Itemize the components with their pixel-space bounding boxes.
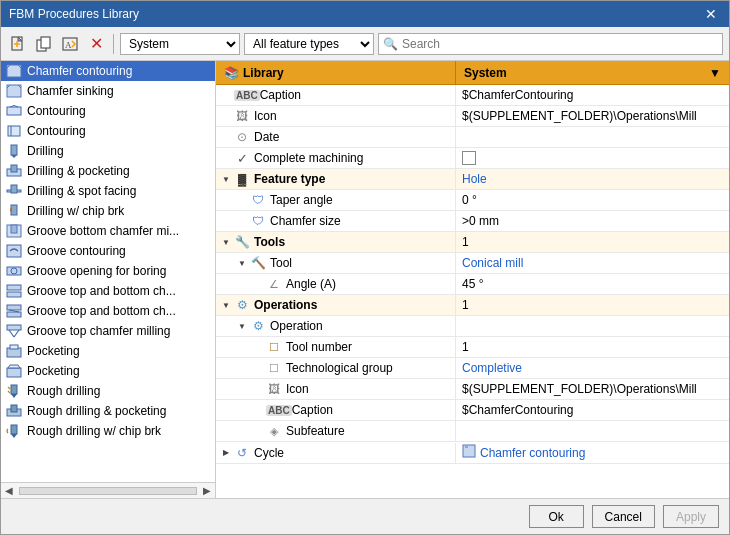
property-row: ABCCaption$ChamferContouring xyxy=(216,85,729,106)
collapse-icon[interactable]: ▼ xyxy=(220,236,232,248)
ok-button[interactable]: Ok xyxy=(529,505,584,528)
list-item[interactable]: Groove top and bottom ch... xyxy=(1,281,215,301)
list-item[interactable]: Contouring xyxy=(1,121,215,141)
list-item[interactable]: Drilling & spot facing xyxy=(1,181,215,201)
scroll-right-arrow[interactable]: ▶ xyxy=(199,485,215,496)
svg-rect-24 xyxy=(11,225,17,233)
list-item[interactable]: Rough drilling & pocketing xyxy=(1,401,215,421)
list-item[interactable]: Groove opening for boring xyxy=(1,261,215,281)
list-item[interactable]: Pocketing xyxy=(1,361,215,381)
new-button[interactable] xyxy=(7,33,29,55)
operation-icon: ⚙ xyxy=(250,318,266,334)
close-button[interactable]: ✕ xyxy=(701,6,721,22)
list-item-icon xyxy=(5,203,23,219)
svg-rect-44 xyxy=(11,425,17,434)
property-row: ▼⚙Operations1 xyxy=(216,295,729,316)
list-item-label: Rough drilling w/ chip brk xyxy=(27,424,161,438)
horizontal-scrollbar[interactable]: ◀ ▶ xyxy=(1,482,215,498)
expand-icon[interactable]: ▶ xyxy=(220,447,232,459)
prop-label-text: Taper angle xyxy=(270,193,333,207)
collapse-icon[interactable]: ▼ xyxy=(236,257,248,269)
cancel-button[interactable]: Cancel xyxy=(592,505,655,528)
checkbox[interactable] xyxy=(462,151,476,165)
list-item-icon xyxy=(5,283,23,299)
prop-value-cell: 1 xyxy=(456,338,729,356)
search-input[interactable] xyxy=(402,37,718,51)
prop-label-text: Operation xyxy=(270,319,323,333)
group-icon: ☐ xyxy=(266,360,282,376)
library-header-label: Library xyxy=(243,66,284,80)
collapse-icon[interactable]: ▼ xyxy=(220,173,232,185)
list-item[interactable]: Rough drilling w/ chip brk xyxy=(1,421,215,441)
svg-rect-29 xyxy=(7,292,21,297)
list-item[interactable]: Chamfer sinking xyxy=(1,81,215,101)
list-item[interactable]: Groove top chamfer milling xyxy=(1,321,215,341)
list-item[interactable]: Contouring xyxy=(1,101,215,121)
collapse-icon[interactable]: ▼ xyxy=(236,320,248,332)
property-row: ▼🔨ToolConical mill xyxy=(216,253,729,274)
feature-type-dropdown[interactable]: All feature types xyxy=(244,33,374,55)
prop-label-cell: ⊙Date xyxy=(216,127,456,147)
list-item[interactable]: Drilling xyxy=(1,141,215,161)
list-item-icon xyxy=(5,323,23,339)
delete-button[interactable]: ✕ xyxy=(85,33,107,55)
svg-rect-19 xyxy=(11,165,17,172)
copy-icon xyxy=(36,36,52,52)
prop-value-cell xyxy=(456,324,729,328)
list-item-label: Pocketing xyxy=(27,344,80,358)
prop-label-text: Complete machining xyxy=(254,151,363,165)
list-item[interactable]: Drilling w/ chip brk xyxy=(1,201,215,221)
list-item-label: Rough drilling & pocketing xyxy=(27,404,166,418)
apply-button[interactable]: Apply xyxy=(663,505,719,528)
prop-label-cell: ▼▓Feature type xyxy=(216,169,456,189)
list-item-label: Pocketing xyxy=(27,364,80,378)
prop-label-cell: ◈Subfeature xyxy=(216,421,456,441)
list-item-icon xyxy=(5,223,23,239)
search-box: 🔍 xyxy=(378,33,723,55)
svg-rect-21 xyxy=(11,185,17,193)
property-row: ▼▓Feature typeHole xyxy=(216,169,729,190)
scroll-left-arrow[interactable]: ◀ xyxy=(1,485,17,496)
list-item[interactable]: Pocketing xyxy=(1,341,215,361)
list-item[interactable]: Groove top and bottom ch... xyxy=(1,301,215,321)
list-item[interactable]: Groove contouring xyxy=(1,241,215,261)
prop-label-cell: ☐Technological group xyxy=(216,358,456,378)
list-item[interactable]: Rough drilling xyxy=(1,381,215,401)
tool-icon: 🔨 xyxy=(250,255,266,271)
list-item-label: Groove top and bottom ch... xyxy=(27,304,176,318)
svg-text:A: A xyxy=(65,40,72,50)
svg-rect-7 xyxy=(7,65,21,77)
library-icon: 📚 xyxy=(224,66,239,80)
prop-label-cell: ☐Tool number xyxy=(216,337,456,357)
header-dropdown-icon[interactable]: ▼ xyxy=(709,66,721,80)
svg-line-34 xyxy=(9,330,14,337)
prop-label-text: Subfeature xyxy=(286,424,345,438)
toolbar: A ✕ System All feature types 🔍 xyxy=(1,27,729,61)
library-dropdown[interactable]: System xyxy=(120,33,240,55)
fbm-procedures-library-window: FBM Procedures Library ✕ A ✕ xyxy=(0,0,730,535)
list-item-icon xyxy=(5,303,23,319)
list-item[interactable]: Groove bottom chamfer mi... xyxy=(1,221,215,241)
prop-label-text: Cycle xyxy=(254,446,284,460)
property-row: 🛡Taper angle0 ° xyxy=(216,190,729,211)
prop-value-cell: 1 xyxy=(456,296,729,314)
prop-label-text: Caption xyxy=(292,403,333,417)
prop-value-cell xyxy=(456,149,729,167)
scroll-track[interactable] xyxy=(19,487,197,495)
property-row: ▶↺CycleChamfer contouring xyxy=(216,442,729,464)
list-item-icon xyxy=(5,163,23,179)
property-row: ▼🔧Tools1 xyxy=(216,232,729,253)
list-item[interactable]: Chamfer contouring xyxy=(1,61,215,81)
rename-button[interactable]: A xyxy=(59,33,81,55)
property-row: 🖼Icon$(SUPPLEMENT_FOLDER)\Operations\Mil… xyxy=(216,379,729,400)
collapse-icon[interactable]: ▼ xyxy=(220,299,232,311)
list-item[interactable]: Drilling & pocketing xyxy=(1,161,215,181)
shield-icon: 🛡 xyxy=(250,192,266,208)
property-row: ✓Complete machining xyxy=(216,148,729,169)
list-item-label: Contouring xyxy=(27,124,86,138)
prop-label-cell: ABCCaption xyxy=(216,85,456,105)
prop-label-cell: ✓Complete machining xyxy=(216,148,456,168)
prop-label-text: Icon xyxy=(286,382,309,396)
svg-line-35 xyxy=(14,330,19,337)
copy-button[interactable] xyxy=(33,33,55,55)
